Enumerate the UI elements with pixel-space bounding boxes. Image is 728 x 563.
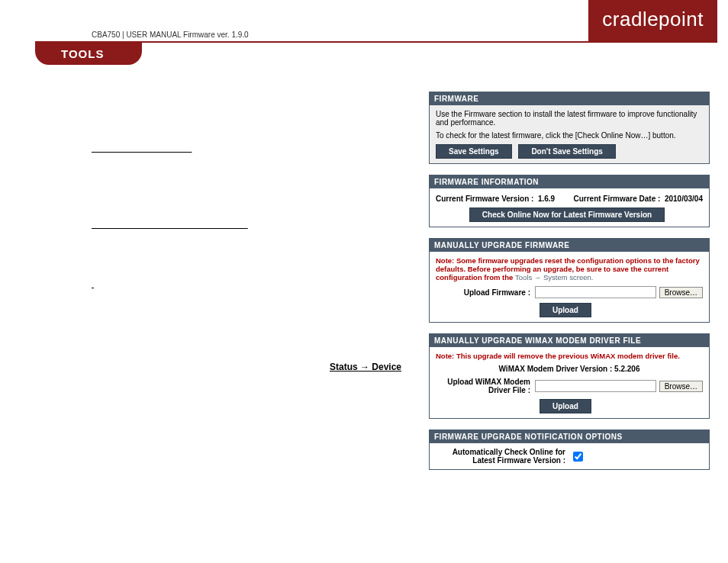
breadcrumb: CBA750 | USER MANUAL Firmware ver. 1.9.0 [92, 31, 249, 39]
upload-wimax-button[interactable]: Upload [540, 399, 591, 413]
auto-check-checkbox[interactable] [573, 452, 583, 462]
upload-firmware-label: Upload Firmware : [436, 288, 535, 297]
left-link-1[interactable] [92, 143, 427, 153]
left-column: Status → Device [92, 76, 427, 372]
wimax-upgrade-panel: MANUALLY UPGRADE WIMAX MODEM DRIVER FILE… [429, 333, 710, 419]
dont-save-settings-button[interactable]: Don't Save Settings [518, 144, 616, 159]
current-date: Current Firmware Date : 2010/03/04 [573, 195, 703, 203]
brand-logo: cradlepoint [588, 0, 717, 42]
upload-firmware-input[interactable] [535, 286, 656, 298]
left-link-2[interactable] [92, 220, 427, 229]
wimax-driver-version: WiMAX Modem Driver Version : 5.2.206 [436, 365, 703, 373]
firmware-info-title: FIRMWARE INFORMATION [430, 175, 709, 188]
status-device-heading: Status → Device [330, 362, 427, 372]
upload-wimax-input[interactable] [535, 380, 656, 392]
current-version: Current Firmware Version : 1.6.9 [436, 195, 555, 203]
check-online-button[interactable]: Check Online Now for Latest Firmware Ver… [469, 208, 665, 222]
upload-firmware-button[interactable]: Upload [540, 303, 591, 317]
wimax-upgrade-title: MANUALLY UPGRADE WIMAX MODEM DRIVER FILE [430, 334, 709, 347]
firmware-intro-1: Use the Firmware section to install the … [436, 110, 703, 127]
upload-wimax-label: Upload WiMAX Modem Driver File : [436, 378, 535, 394]
manual-upgrade-panel: MANUALLY UPGRADE FIRMWARE Note: Some fir… [429, 238, 710, 323]
manual-upgrade-warning: Note: Some firmware upgrades reset the c… [436, 256, 703, 282]
firmware-panel-title: FIRMWARE [430, 92, 709, 105]
tools-tab: TOOLS [35, 43, 142, 65]
header-bar: cradlepoint CBA750 | USER MANUAL Firmwar… [0, 0, 728, 42]
firmware-panel: FIRMWARE Use the Firmware section to ins… [429, 92, 710, 164]
left-link-3[interactable] [92, 279, 229, 288]
right-column: FIRMWARE Use the Firmware section to ins… [429, 92, 710, 481]
manual-upgrade-title: MANUALLY UPGRADE FIRMWARE [430, 239, 709, 252]
firmware-intro-2: To check for the latest firmware, click … [436, 131, 703, 140]
browse-wimax-button[interactable]: Browse… [659, 381, 703, 392]
save-settings-button[interactable]: Save Settings [436, 144, 512, 159]
wimax-warning: Note: This upgrade will remove the previ… [436, 352, 703, 360]
notification-title: FIRMWARE UPGRADE NOTIFICATION OPTIONS [430, 430, 709, 443]
firmware-info-panel: FIRMWARE INFORMATION Current Firmware Ve… [429, 175, 710, 227]
auto-check-label: Automatically Check Online for Latest Fi… [436, 448, 565, 465]
notification-panel: FIRMWARE UPGRADE NOTIFICATION OPTIONS Au… [429, 429, 710, 470]
browse-firmware-button[interactable]: Browse… [659, 287, 703, 298]
